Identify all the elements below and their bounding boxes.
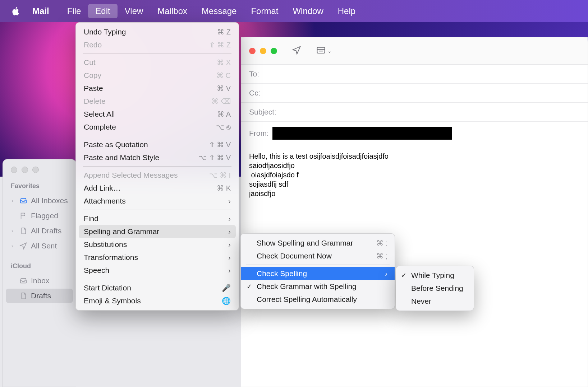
from-field-row[interactable]: From:	[241, 122, 588, 145]
menu-item-start-dictation[interactable]: Start Dictation🎤	[79, 281, 236, 294]
menu-view[interactable]: View	[118, 4, 151, 18]
submenu-item-show-spelling-and-grammar[interactable]: Show Spelling and Grammar⌘ :	[241, 237, 395, 250]
keyboard-shortcut: ⌘ :	[376, 239, 387, 247]
sidebar-item-all-sent[interactable]: › All Sent	[6, 239, 73, 253]
chevron-right-icon: ›	[228, 241, 231, 249]
menu-item-spelling-and-grammar[interactable]: Spelling and Grammar›	[79, 225, 236, 238]
menu-item-transformations[interactable]: Transformations›	[79, 251, 236, 264]
send-button[interactable]	[291, 45, 302, 57]
submenu-item-correct-spelling-automatically[interactable]: Correct Spelling Automatically	[241, 293, 395, 306]
submenu-item-label: Before Sending	[411, 284, 463, 293]
chevron-right-icon: ›	[228, 228, 231, 236]
sidebar-item-flagged[interactable]: Flagged	[6, 209, 73, 223]
keyboard-shortcut: ⌘ C	[216, 71, 231, 80]
from-value-redacted	[272, 127, 452, 140]
menu-file[interactable]: File	[60, 4, 88, 18]
sidebar-item-all-drafts[interactable]: › All Drafts	[6, 224, 73, 238]
menu-item-label: Speech	[84, 266, 109, 275]
sidebar-item-label: All Inboxes	[31, 196, 68, 205]
menu-item-paste-as-quotation[interactable]: Paste as Quotation⇧ ⌘ V	[79, 138, 236, 151]
menu-item-label: Add Link…	[84, 184, 121, 192]
sidebar-item-label: All Sent	[31, 242, 57, 250]
menu-item-label: Transformations	[84, 253, 138, 262]
keyboard-shortcut: ⌘ K	[217, 184, 231, 192]
subject-label: Subject:	[249, 108, 276, 116]
menu-item-label: Copy	[84, 71, 101, 80]
sidebar-item-inbox[interactable]: Inbox	[6, 274, 73, 288]
checkmark-icon: ✓	[247, 283, 252, 290]
sidebar-item-all-inboxes[interactable]: › All Inboxes	[6, 194, 73, 208]
menu-separator	[246, 265, 390, 265]
menu-item-select-all[interactable]: Select All⌘ A	[79, 108, 236, 121]
menu-item-label: Redo	[84, 41, 102, 49]
to-label: To:	[249, 70, 259, 78]
menu-format[interactable]: Format	[244, 4, 285, 18]
menu-edit[interactable]: Edit	[88, 4, 117, 18]
menu-item-substitutions[interactable]: Substitutions›	[79, 238, 236, 251]
inbox-icon	[19, 197, 27, 205]
close-button[interactable]	[11, 167, 17, 173]
to-field-row[interactable]: To:	[241, 65, 588, 84]
menu-item-label: Paste and Match Style	[84, 153, 159, 162]
app-name[interactable]: Mail	[32, 6, 49, 16]
submenu-item-while-typing[interactable]: ✓While Typing	[396, 269, 474, 282]
menu-message[interactable]: Message	[194, 4, 244, 18]
mail-sidebar-window: Favorites › All Inboxes Flagged › All Dr…	[3, 159, 76, 387]
menu-item-label: Paste	[84, 84, 103, 93]
menu-item-copy: Copy⌘ C	[79, 69, 236, 82]
menu-item-emoji-symbols[interactable]: Emoji & Symbols🌐	[79, 294, 236, 307]
menu-item-append-selected-messages: Append Selected Messages⌥ ⌘ I	[79, 169, 236, 182]
submenu-item-check-document-now[interactable]: Check Document Now⌘ ;	[241, 250, 395, 262]
sidebar-item-label: Flagged	[31, 211, 58, 220]
menu-item-find[interactable]: Find›	[79, 212, 236, 225]
menu-help[interactable]: Help	[331, 4, 363, 18]
header-fields-button[interactable]: ⌄	[316, 45, 332, 57]
menu-item-add-link[interactable]: Add Link…⌘ K	[79, 182, 236, 195]
menu-mailbox[interactable]: Mailbox	[150, 4, 194, 18]
zoom-button[interactable]	[271, 48, 277, 54]
minimize-button[interactable]	[22, 167, 28, 173]
menu-item-speech[interactable]: Speech›	[79, 264, 236, 277]
sidebar-item-label: Inbox	[31, 276, 49, 285]
keyboard-shortcut: ⌘ ;	[376, 252, 387, 260]
inbox-icon	[19, 277, 27, 285]
sidebar-item-drafts[interactable]: Drafts	[6, 289, 73, 303]
menu-item-paste-and-match-style[interactable]: Paste and Match Style⌥ ⇧ ⌘ V	[79, 151, 236, 164]
menu-item-label: Cut	[84, 58, 96, 67]
menu-item-complete[interactable]: Complete⌥ ⎋	[79, 121, 236, 134]
spelling-grammar-submenu: Show Spelling and Grammar⌘ :Check Docume…	[240, 233, 395, 309]
sidebar-item-label: Drafts	[31, 292, 51, 300]
submenu-item-label: Show Spelling and Grammar	[257, 239, 353, 247]
system-menubar: Mail File Edit View Mailbox Message Form…	[0, 0, 588, 22]
menu-window[interactable]: Window	[285, 4, 330, 18]
svg-rect-0	[317, 47, 325, 53]
submenu-item-never[interactable]: Never	[396, 295, 474, 308]
keyboard-shortcut: ⌘ V	[217, 84, 231, 93]
menu-item-label: Substitutions	[84, 240, 127, 249]
menu-item-redo: Redo⇧ ⌘ Z	[79, 38, 236, 51]
cc-field-row[interactable]: Cc:	[241, 84, 588, 103]
menu-item-label: Select All	[84, 110, 115, 118]
keyboard-shortcut: ⇧ ⌘ Z	[209, 41, 231, 49]
menu-item-undo-typing[interactable]: Undo Typing⌘ Z	[79, 25, 236, 38]
submenu-item-check-grammar-with-spelling[interactable]: ✓Check Grammar with Spelling	[241, 280, 395, 293]
chevron-right-icon: ›	[12, 198, 16, 204]
subject-field-row[interactable]: Subject:	[241, 103, 588, 122]
menu-item-paste[interactable]: Paste⌘ V	[79, 82, 236, 95]
submenu-item-check-spelling[interactable]: Check Spelling›	[241, 267, 395, 280]
close-button[interactable]	[249, 48, 256, 54]
keyboard-shortcut: ⌘ ⌫	[211, 97, 231, 106]
text-cursor	[279, 190, 279, 197]
menu-item-label: Undo Typing	[84, 28, 126, 36]
sidebar-section-icloud: iCloud	[3, 260, 76, 273]
submenu-item-before-sending[interactable]: Before Sending	[396, 282, 474, 295]
zoom-button[interactable]	[32, 167, 39, 173]
submenu-item-label: While Typing	[411, 271, 454, 280]
apple-logo-icon[interactable]	[11, 6, 21, 16]
minimize-button[interactable]	[260, 48, 266, 54]
chevron-right-icon: ›	[12, 243, 16, 249]
compose-body[interactable]: Hello, this is a test osijfoaisdjfoisadj…	[241, 145, 588, 205]
menu-item-label: Attachments	[84, 197, 126, 205]
menu-item-delete: Delete⌘ ⌫	[79, 95, 236, 108]
menu-item-attachments[interactable]: Attachments›	[79, 195, 236, 208]
